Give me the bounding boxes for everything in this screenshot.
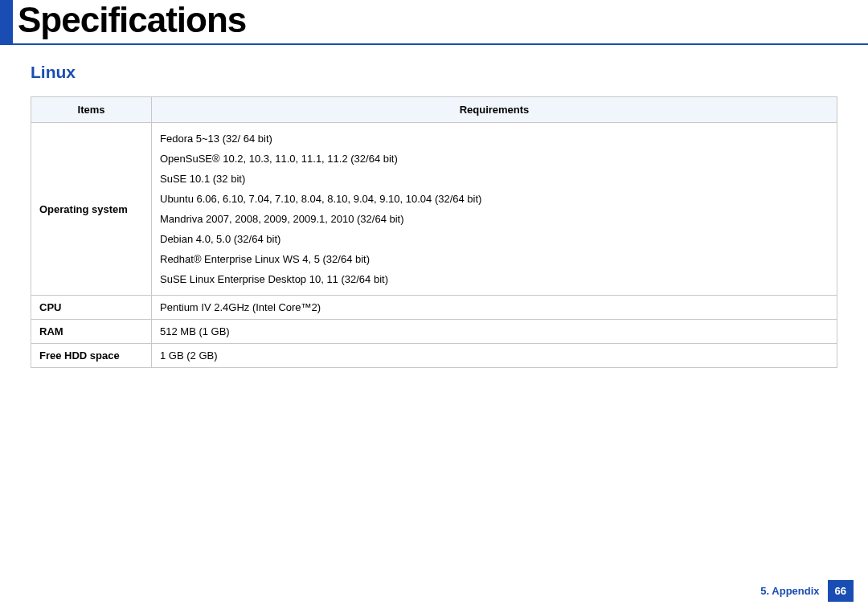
- section-title: Linux: [31, 63, 837, 82]
- footer: 5. Appendix 66: [760, 580, 854, 602]
- os-entry: Redhat® Enterprise Linux WS 4, 5 (32/64 …: [160, 249, 829, 269]
- item-requirement: 1 GB (2 GB): [152, 344, 837, 368]
- item-label: RAM: [31, 320, 152, 344]
- item-label: CPU: [31, 296, 152, 320]
- header-requirements: Requirements: [152, 97, 837, 123]
- table-row: RAM 512 MB (1 GB): [31, 320, 837, 344]
- page-number: 66: [828, 580, 854, 602]
- item-label: Free HDD space: [31, 344, 152, 368]
- table-row: Free HDD space 1 GB (2 GB): [31, 344, 837, 368]
- os-entry: SuSE 10.1 (32 bit): [160, 169, 829, 189]
- footer-section: 5. Appendix: [760, 585, 819, 597]
- spec-table: Items Requirements Operating system Fedo…: [31, 96, 837, 368]
- os-entry: Debian 4.0, 5.0 (32/64 bit): [160, 229, 829, 249]
- os-entry: Ubuntu 6.06, 6.10, 7.04, 7.10, 8.04, 8.1…: [160, 189, 829, 209]
- header-items: Items: [31, 97, 152, 123]
- title-accent: [0, 0, 13, 43]
- page-title: Specifications: [18, 0, 246, 43]
- os-entry: SuSE Linux Enterprise Desktop 10, 11 (32…: [160, 269, 829, 289]
- table-row: Operating system Fedora 5~13 (32/ 64 bit…: [31, 123, 837, 296]
- title-bar: Specifications: [0, 0, 868, 45]
- table-row: CPU Pentium IV 2.4GHz (Intel Core™2): [31, 296, 837, 320]
- os-list: Fedora 5~13 (32/ 64 bit) OpenSuSE® 10.2,…: [160, 129, 829, 289]
- item-requirement: 512 MB (1 GB): [152, 320, 837, 344]
- os-entry: OpenSuSE® 10.2, 10.3, 11.0, 11.1, 11.2 (…: [160, 149, 829, 169]
- content: Linux Items Requirements Operating syste…: [0, 63, 868, 368]
- os-entry: Mandriva 2007, 2008, 2009, 2009.1, 2010 …: [160, 209, 829, 229]
- item-label: Operating system: [31, 123, 152, 296]
- item-requirement: Pentium IV 2.4GHz (Intel Core™2): [152, 296, 837, 320]
- os-entry: Fedora 5~13 (32/ 64 bit): [160, 129, 829, 149]
- item-requirement: Fedora 5~13 (32/ 64 bit) OpenSuSE® 10.2,…: [152, 123, 837, 296]
